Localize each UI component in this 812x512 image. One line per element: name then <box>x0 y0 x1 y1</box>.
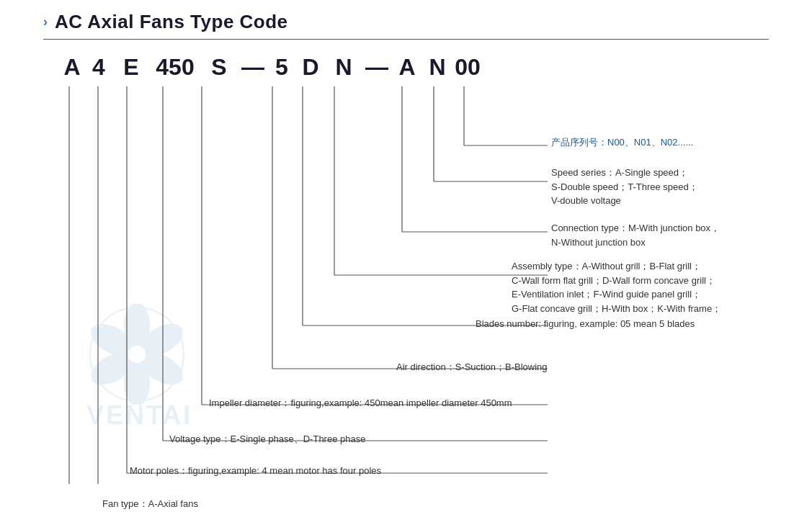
code-A2: A <box>392 54 422 81</box>
voltage-type-label: Voltage type：E-Single phase、D-Three phas… <box>169 432 365 446</box>
code-A: A <box>59 54 85 81</box>
code-450: 450 <box>150 54 200 81</box>
air-direction-label: Air direction：S-Suction；B-Blowing <box>396 360 548 374</box>
code-N2: N <box>422 54 452 81</box>
fan-type-label: Fan type：A-Axial fans <box>102 497 198 511</box>
divider <box>43 39 769 40</box>
code-N: N <box>326 54 362 81</box>
code-S: S <box>200 54 238 81</box>
page-title: AC Axial Fans Type Code <box>55 11 288 33</box>
code-00: 00 <box>452 54 483 81</box>
code-4: 4 <box>85 54 112 81</box>
assembly-type-label: Assembly type：A-Without grill；B-Flat gri… <box>512 259 721 315</box>
connection-type-label: Connection type：M-With junction box， N-W… <box>551 221 720 249</box>
product-series-label: 产品序列号：N00、N01、N02...... <box>551 135 693 150</box>
code-dash1: — <box>238 54 268 81</box>
code-dash2: — <box>362 54 392 81</box>
code-5: 5 <box>268 54 295 81</box>
speed-series-label: Speed series：A-Single speed； S-Double sp… <box>551 166 698 208</box>
impeller-diameter-label: Impeller diameter：figuring,example: 450m… <box>209 396 512 410</box>
code-D: D <box>295 54 326 81</box>
code-E: E <box>112 54 150 81</box>
motor-poles-label: Motor poles：figuring,example: 4 mean mot… <box>130 464 381 478</box>
chevron-icon: › <box>43 14 48 30</box>
title-section: › AC Axial Fans Type Code <box>43 11 769 33</box>
blades-number-label: Blades number: figuring, example: 05 mea… <box>476 317 695 331</box>
